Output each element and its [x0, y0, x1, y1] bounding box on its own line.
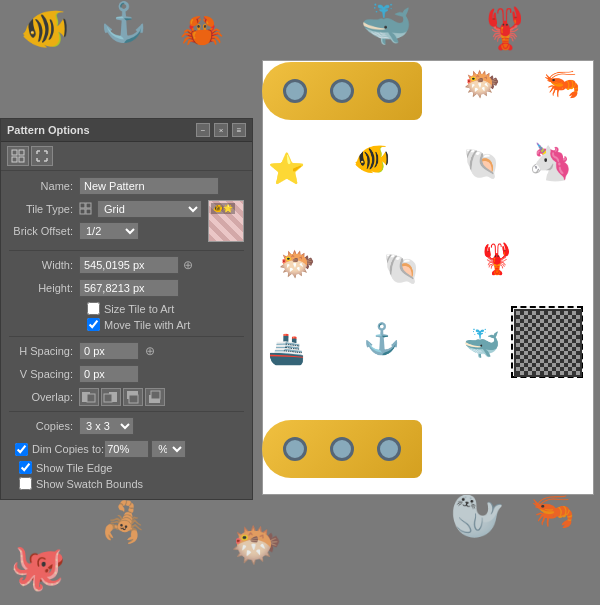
canvas-creature-13: 🐳 [463, 326, 500, 361]
selection-box [511, 306, 583, 378]
width-row: Width: ⊕ [9, 256, 244, 274]
panel-close-btn[interactable]: × [214, 123, 228, 137]
svg-rect-5 [86, 203, 91, 208]
overlap-btn-1[interactable] [79, 388, 99, 406]
panel-header: Pattern Options − × ≡ [1, 119, 252, 142]
bg-deco-2: ⚓ [100, 0, 147, 44]
canvas-creature-12: ⚓ [363, 321, 400, 356]
svg-rect-13 [129, 395, 138, 403]
canvas-creature-seahorse: 🦄 [528, 141, 573, 183]
bg-deco-10: 🦐 [530, 490, 575, 532]
porthole-1 [283, 79, 307, 103]
name-label: Name: [9, 180, 79, 192]
canvas-creature-5: ⭐ [268, 151, 305, 186]
dim-copies-unit-select[interactable]: % [151, 440, 186, 458]
link-dimensions-icon[interactable]: ⊕ [183, 258, 193, 272]
fit-view-icon [35, 149, 49, 163]
bg-deco-1: 🐠 [20, 5, 70, 52]
canvas-creature-8: 🐡 [278, 246, 315, 281]
tile-type-select[interactable]: Grid [97, 200, 202, 218]
tile-preview-label: 🐠🌟 [211, 203, 235, 214]
brick-offset-label: Brick Offset: [9, 225, 79, 237]
svg-rect-7 [86, 209, 91, 214]
porthole-3 [377, 79, 401, 103]
height-input[interactable] [79, 279, 179, 297]
submarine-top [262, 62, 422, 120]
overlap-label: Overlap: [9, 391, 79, 403]
overlap-icon-1 [81, 390, 97, 404]
view-icon-btn-1[interactable] [7, 146, 29, 166]
bg-deco-5: 🦞 [480, 5, 530, 52]
name-row: Name: [9, 177, 244, 195]
bg-deco-6: 🐙 [10, 540, 66, 593]
dim-copies-input[interactable] [104, 440, 149, 458]
brick-offset-field-row: Brick Offset: 1/2 [9, 222, 202, 240]
tile-type-field-row: Tile Type: Grid [9, 200, 202, 218]
dim-copies-label: Dim Copies to: [32, 443, 104, 455]
show-tile-edge-row: Show Tile Edge [9, 461, 244, 474]
show-swatch-bounds-checkbox[interactable] [19, 477, 32, 490]
height-row: Height: [9, 279, 244, 297]
width-input[interactable] [79, 256, 179, 274]
v-spacing-input[interactable] [79, 365, 139, 383]
tile-type-select-group: Grid [79, 200, 202, 218]
v-spacing-label: V Spacing: [9, 368, 79, 380]
view-icon-btn-2[interactable] [31, 146, 53, 166]
panel-menu-btn[interactable]: ≡ [232, 123, 246, 137]
porthole-6 [377, 437, 401, 461]
show-swatch-bounds-label: Show Swatch Bounds [36, 478, 143, 490]
overlap-icon-4 [147, 390, 163, 404]
size-tile-checkbox[interactable] [87, 302, 100, 315]
copies-select[interactable]: 3 x 3 5 x 5 [79, 417, 134, 435]
canvas-creature-7: 🐚 [463, 146, 500, 181]
pattern-options-panel: Pattern Options − × ≡ Name: [0, 118, 253, 500]
svg-rect-6 [80, 209, 85, 214]
canvas-creature-9: 🐚 [383, 251, 420, 286]
width-label: Width: [9, 259, 79, 271]
porthole-4 [283, 437, 307, 461]
bg-deco-8: 🐡 [230, 520, 282, 569]
name-input[interactable] [79, 177, 219, 195]
svg-rect-4 [80, 203, 85, 208]
dim-copies-checkbox[interactable] [15, 443, 28, 456]
overlap-btn-4[interactable] [145, 388, 165, 406]
porthole-5 [330, 437, 354, 461]
svg-rect-9 [87, 394, 95, 402]
submarine-bottom [262, 420, 422, 478]
h-spacing-input[interactable] [79, 342, 139, 360]
svg-rect-15 [151, 391, 160, 399]
svg-rect-2 [12, 157, 17, 162]
svg-rect-3 [19, 157, 24, 162]
move-tile-row: Move Tile with Art [9, 318, 244, 331]
tile-preview: 🐠🌟 [208, 200, 244, 242]
panel-body: Name: Tile Type: Grid [1, 171, 252, 499]
canvas-creature-4: 🦐 [543, 66, 580, 101]
bg-deco-9: 🦭 [450, 490, 505, 542]
bg-deco-4: 🐳 [360, 0, 412, 49]
h-spacing-row: H Spacing: ⊕ [9, 342, 244, 360]
tile-type-label: Tile Type: [9, 203, 79, 215]
separator-3 [9, 411, 244, 412]
view-icons-row [1, 142, 252, 171]
show-tile-edge-checkbox[interactable] [19, 461, 32, 474]
bg-deco-3: 🦀 [180, 10, 224, 51]
panel-header-controls: − × ≡ [196, 123, 246, 137]
height-label: Height: [9, 282, 79, 294]
show-swatch-bounds-row: Show Swatch Bounds [9, 477, 244, 490]
overlap-btn-2[interactable] [101, 388, 121, 406]
overlap-icon-2 [103, 390, 119, 404]
show-tile-edge-label: Show Tile Edge [36, 462, 112, 474]
brick-offset-select[interactable]: 1/2 [79, 222, 139, 240]
grid-tile-icon [79, 202, 93, 216]
overlap-btn-3[interactable] [123, 388, 143, 406]
canvas-creature-10: 🦞 [478, 241, 515, 276]
size-tile-row: Size Tile to Art [9, 302, 244, 315]
copies-row: Copies: 3 x 3 5 x 5 [9, 417, 244, 435]
dim-copies-row: Dim Copies to: % [9, 440, 244, 458]
canvas-creature-3: 🐡 [463, 66, 500, 101]
canvas-creature-11: 🚢 [268, 331, 305, 366]
move-tile-checkbox[interactable] [87, 318, 100, 331]
move-tile-label: Move Tile with Art [104, 319, 190, 331]
panel-minus-btn[interactable]: − [196, 123, 210, 137]
porthole-2 [330, 79, 354, 103]
